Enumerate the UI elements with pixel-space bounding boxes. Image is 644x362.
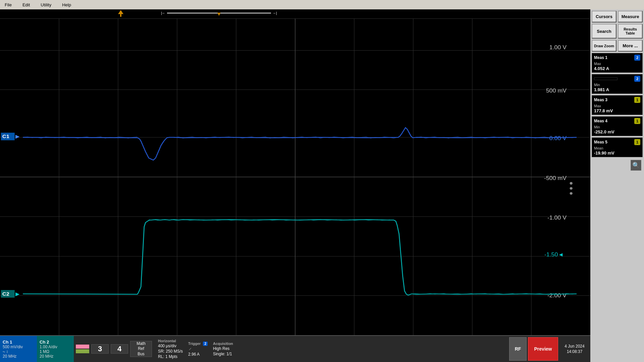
trigger-type: ⟋ (188, 347, 208, 351)
acquisition-detail: Single: 1/1 (213, 352, 233, 356)
ch2-info[interactable]: Ch 2 1.00 A/div 1 MΩ 20 MHz (37, 336, 74, 362)
scope-waveform-area[interactable]: 1.00 V 500 mV 0.00 V -500 mV -1.00 V -1.… (0, 19, 590, 362)
menu-file[interactable]: File (3, 2, 14, 8)
trigger-bar: |← ▼ →| (0, 9, 590, 19)
measure-button[interactable]: Measure (618, 11, 643, 22)
ch1-bandwidth: 20 MHz (3, 354, 34, 359)
meas1-badge: 2 (634, 55, 640, 61)
meas5-label: Mean (594, 146, 603, 150)
svg-text:-1.00 V: -1.00 V (547, 215, 567, 221)
svg-point-27 (570, 187, 573, 190)
svg-text:-1.50◄: -1.50◄ (544, 251, 564, 257)
ch1-scale: 500 mV/div (3, 345, 34, 349)
ch2-name: Ch 2 (40, 340, 71, 345)
meas3-value: 177.8 mV (594, 108, 613, 113)
meas5-value: -19.90 mV (594, 150, 614, 156)
meas1b-value: 1.981 A (594, 87, 609, 92)
menu-edit[interactable]: Edit (20, 2, 32, 8)
ch2-bandwidth: 20 MHz (40, 354, 71, 359)
trigger-badge: 2 (203, 342, 208, 346)
preview-button[interactable]: Preview (528, 337, 558, 361)
results-table-button[interactable]: Results Table (618, 24, 643, 39)
svg-text:▶: ▶ (15, 134, 20, 139)
ch1-coupling: ⏦ ↕ (3, 349, 34, 354)
meas4-badge: 1 (634, 118, 640, 124)
trigger-position-marker (118, 10, 123, 17)
meas1-label: Max (594, 62, 601, 66)
menu-help[interactable]: Help (60, 2, 73, 8)
meas1b-label: Min (594, 83, 600, 87)
rf-button[interactable]: RF (509, 337, 527, 361)
horizontal-scale: 400 μs/div (158, 344, 183, 348)
scope-display: |← ▼ →| (0, 9, 590, 362)
search-button[interactable]: Search (592, 24, 616, 39)
time-display: 14:08:37 (567, 349, 583, 354)
svg-text:1.00 V: 1.00 V (549, 44, 567, 50)
svg-text:C1: C1 (2, 134, 9, 139)
channel3-button[interactable]: 3 (91, 344, 109, 354)
trigger-arrow-icon (118, 10, 123, 14)
meas5-badge: 1 (634, 139, 640, 145)
draw-zoom-button[interactable]: Draw Zoom (592, 40, 616, 52)
meas3-badge: 1 (634, 97, 640, 103)
more-button[interactable]: More ... (618, 40, 643, 52)
measurement-3[interactable]: Meas 3 1 Max 177.8 mV (592, 95, 643, 115)
horizontal-label: Horizontal (158, 339, 183, 343)
meas1-value: 4.052 A (594, 66, 609, 71)
measurement-4[interactable]: Meas 4 1 Min -252.0 mV (592, 116, 643, 136)
acquisition-mode: High Res (213, 346, 233, 351)
zoom-icon[interactable]: 🔍 (631, 160, 641, 171)
meas1-title: Meas 1 (594, 55, 607, 60)
measurement-5[interactable]: Meas 5 1 Mean -19.90 mV (592, 137, 643, 157)
acquisition-label: Acquisition (213, 342, 233, 346)
svg-text:-2.00 V: -2.00 V (547, 292, 567, 298)
svg-point-28 (570, 192, 573, 195)
right-panel: Cursors Measure Search Results Table Dra… (590, 9, 644, 362)
meas4-label: Min (594, 125, 600, 129)
measurement-1[interactable]: Meas 1 2 Max 4.052 A (592, 53, 643, 73)
trigger-label: Trigger 2 (188, 342, 208, 346)
meas3-title: Meas 3 (594, 98, 607, 102)
horizontal-rl: RL: 1 Mpts (158, 354, 183, 359)
date-display: 4 Jun 2024 (565, 344, 584, 349)
svg-text:0.00 V: 0.00 V (549, 135, 567, 141)
trigger-value: 2.96 A (188, 352, 208, 357)
ch1-info[interactable]: Ch 1 500 mV/div ⏦ ↕ 20 MHz (0, 336, 37, 362)
draw-zoom-more-row: Draw Zoom More ... (592, 40, 643, 52)
channel4-button[interactable]: 4 (111, 344, 128, 354)
ch2-impedance: 1 MΩ (40, 349, 71, 354)
datetime-display: 4 Jun 2024 14:08:37 (559, 337, 590, 361)
meas4-value: -252.0 mV (594, 129, 614, 134)
trigger-line (120, 14, 121, 17)
math-ref-bus-button[interactable]: Math Ref Bus (130, 341, 152, 357)
ch1-name: Ch 1 (3, 340, 34, 345)
search-results-row: Search Results Table (592, 24, 643, 39)
cursors-measure-row: Cursors Measure (592, 11, 643, 22)
menu-bar: File Edit Utility Help (0, 0, 644, 9)
svg-text:500 mV: 500 mV (546, 88, 567, 94)
meas3-label: Max (594, 104, 601, 108)
meas1b-badge: 2 (634, 76, 640, 82)
meas5-title: Meas 5 (594, 140, 607, 144)
grid-display: 1.00 V 500 mV 0.00 V -500 mV -1.00 V -1.… (0, 19, 590, 335)
measurement-1b[interactable]: 2 Min 1.981 A (592, 74, 643, 94)
svg-text:-500 mV: -500 mV (544, 175, 567, 181)
horizontal-sr: SR: 250 MS/s (158, 349, 183, 354)
bottom-status-bar: Ch 1 500 mV/div ⏦ ↕ 20 MHz Ch 2 1.00 A/d… (0, 335, 590, 362)
cursors-button[interactable]: Cursors (592, 11, 616, 22)
horizontal-info[interactable]: Horizontal 400 μs/div SR: 250 MS/s RL: 1… (154, 336, 508, 362)
meas4-title: Meas 4 (594, 119, 607, 123)
svg-point-26 (570, 182, 573, 185)
svg-text:C2: C2 (2, 291, 9, 296)
menu-utility[interactable]: Utility (39, 2, 53, 8)
svg-text:▶: ▶ (15, 291, 20, 296)
ch2-scale: 1.00 A/div (40, 345, 71, 349)
main-area: |← ▼ →| (0, 9, 644, 362)
